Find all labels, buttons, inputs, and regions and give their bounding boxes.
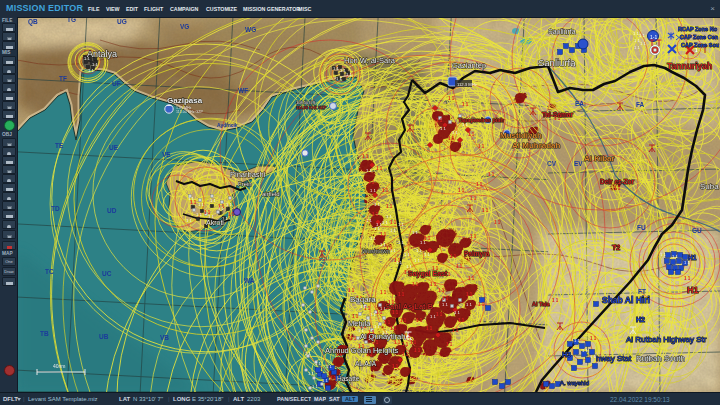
svg-text:1 1: 1 1 [456, 264, 463, 269]
svg-text:1 1: 1 1 [382, 188, 389, 193]
svg-text:TB: TB [40, 330, 49, 337]
svg-text:1 1: 1 1 [478, 302, 485, 307]
svg-text:1 1: 1 1 [362, 154, 369, 159]
svg-text:Gaziantep: Gaziantep [452, 61, 486, 70]
svg-text:1 1: 1 1 [350, 336, 357, 341]
svg-text:1 1: 1 1 [442, 296, 449, 301]
svg-text:VB: VB [160, 334, 169, 341]
svg-text:1 1: 1 1 [672, 254, 678, 259]
svg-text:1 1: 1 1 [574, 338, 580, 343]
svg-text:Antalya: Antalya [87, 49, 117, 59]
svg-text:1 1: 1 1 [634, 45, 640, 50]
svg-text:1 1: 1 1 [454, 310, 460, 315]
svg-text:1 1: 1 1 [390, 248, 396, 253]
svg-text:UE: UE [109, 144, 119, 151]
svg-text:FT: FT [638, 288, 646, 295]
svg-text:FA: FA [636, 101, 645, 108]
svg-text:1 1: 1 1 [466, 302, 472, 307]
svg-text:1 1: 1 1 [390, 220, 397, 225]
svg-text:CV: CV [547, 160, 557, 167]
svg-text:EA: EA [575, 100, 584, 107]
svg-text:1 1: 1 1 [426, 326, 433, 331]
svg-text:TF: TF [59, 75, 67, 82]
svg-text:1 1: 1 1 [452, 130, 458, 135]
svg-text:Shab Al Hiri: Shab Al Hiri [602, 295, 650, 305]
svg-text:1 1: 1 1 [470, 196, 477, 201]
svg-text:1 1: 1 1 [390, 228, 396, 233]
svg-text:A. wayshid: A. wayshid [560, 380, 589, 386]
svg-text:1 1: 1 1 [92, 62, 98, 67]
svg-text:1 1: 1 1 [552, 298, 559, 303]
svg-text:Al Muhradah: Al Muhradah [512, 141, 561, 150]
svg-text:H1: H1 [688, 254, 697, 261]
svg-text:1 1: 1 1 [470, 234, 477, 239]
svg-text:hway Stat: hway Stat [596, 354, 632, 363]
svg-text:1 1: 1 1 [360, 304, 366, 309]
svg-text:1 1: 1 1 [312, 384, 318, 389]
svg-text:40nm: 40nm [53, 363, 66, 369]
svg-text:1 1: 1 1 [466, 292, 473, 297]
svg-text:Al Tala: Al Tala [532, 301, 551, 307]
svg-text:1 1: 1 1 [452, 328, 459, 333]
svg-text:1 1: 1 1 [442, 302, 448, 307]
svg-text:1 1: 1 1 [436, 312, 443, 317]
svg-text:1 1: 1 1 [88, 68, 94, 73]
svg-text:1 1: 1 1 [398, 240, 404, 245]
svg-text:1 1: 1 1 [450, 254, 457, 259]
svg-text:Pinarbashi: Pinarbashi [230, 170, 266, 179]
svg-text:1 1: 1 1 [468, 132, 475, 137]
svg-text:Baqara: Baqara [350, 295, 376, 304]
svg-text:115.00 KHz GZP: 115.00 KHz GZP [176, 110, 204, 114]
svg-text:H3: H3 [562, 351, 571, 358]
svg-text:CAP Zone Cen: CAP Zone Cen [680, 34, 719, 40]
svg-text:1 1: 1 1 [582, 348, 588, 353]
svg-text:1 1: 1 1 [640, 41, 646, 46]
svg-text:Saygal East: Saygal East [408, 270, 448, 278]
svg-text:Hon W. al-Sara: Hon W. al-Sara [344, 56, 396, 65]
svg-text:CAP Zone Sou: CAP Zone Sou [681, 42, 719, 48]
svg-text:1 1: 1 1 [446, 342, 453, 347]
svg-text:Suba: Suba [700, 182, 719, 191]
svg-text:1 1: 1 1 [458, 318, 465, 323]
svg-text:1 1: 1 1 [402, 342, 409, 347]
svg-text:1 1: 1 1 [330, 376, 337, 381]
svg-text:1 1: 1 1 [660, 252, 666, 257]
svg-text:VG: VG [180, 23, 189, 30]
svg-text:1 1: 1 1 [218, 206, 224, 211]
svg-text:1 1: 1 1 [406, 264, 412, 269]
svg-text:1 1: 1 1 [614, 186, 621, 191]
svg-text:1 1: 1 1 [374, 324, 380, 329]
svg-text:1 1: 1 1 [468, 276, 475, 281]
svg-text:Wushtown: Wushtown [362, 248, 390, 254]
svg-text:1 1: 1 1 [322, 378, 328, 383]
svg-text:1 1: 1 1 [308, 371, 314, 376]
svg-text:1 1: 1 1 [414, 348, 421, 353]
svg-text:1 1: 1 1 [380, 232, 387, 237]
svg-text:1 1: 1 1 [412, 230, 418, 235]
svg-text:1 1: 1 1 [684, 276, 691, 281]
svg-text:H1: H1 [687, 285, 699, 295]
svg-text:1 1: 1 1 [326, 364, 332, 369]
svg-text:1 1: 1 1 [368, 180, 375, 185]
svg-text:QB: QB [28, 18, 38, 26]
svg-text:UC: UC [102, 270, 112, 277]
svg-text:1 1: 1 1 [390, 326, 397, 331]
svg-text:1 1: 1 1 [462, 102, 469, 107]
svg-text:Sahl As Lat B: Sahl As Lat B [385, 302, 434, 311]
svg-text:1 1: 1 1 [430, 282, 437, 287]
svg-text:1 1: 1 1 [424, 252, 430, 257]
svg-text:Ahmud Golan Heights: Ahmud Golan Heights [325, 346, 399, 355]
svg-text:1 1: 1 1 [398, 222, 404, 227]
svg-text:UB: UB [99, 333, 109, 340]
svg-text:Sanliurfa: Sanliurfa [538, 57, 576, 68]
svg-text:1 1: 1 1 [448, 136, 455, 141]
svg-text:1 1: 1 1 [374, 226, 380, 231]
svg-text:Mustidiyah: Mustidiyah [500, 131, 542, 140]
svg-text:1 1: 1 1 [386, 214, 392, 219]
svg-text:1 1: 1 1 [398, 292, 405, 297]
svg-text:1 1: 1 1 [494, 220, 501, 225]
svg-text:1 1: 1 1 [478, 144, 485, 149]
svg-text:H2: H2 [636, 316, 645, 323]
svg-text:1 1: 1 1 [333, 66, 339, 71]
svg-text:Gazipasa: Gazipasa [167, 96, 203, 105]
